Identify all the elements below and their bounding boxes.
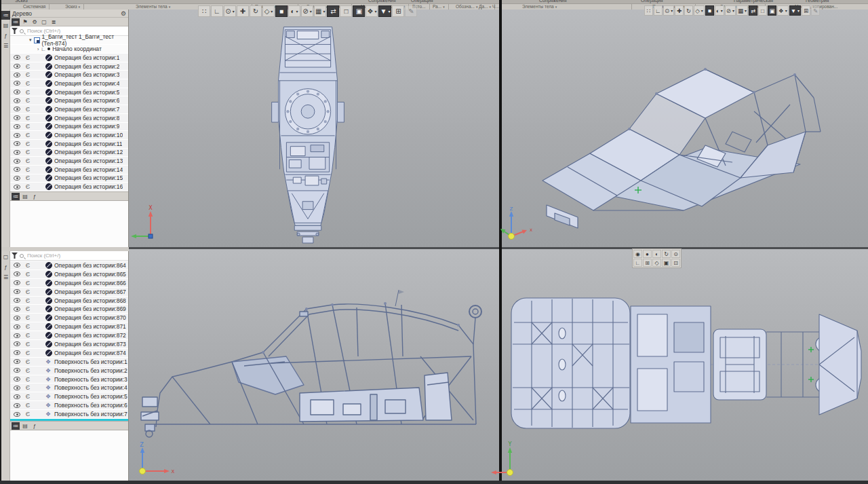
visibility-eye-icon[interactable] <box>12 341 22 346</box>
visibility-eye-icon[interactable] <box>12 289 22 294</box>
select-region-button[interactable]: ⊞ <box>392 5 404 17</box>
visibility-eye-icon[interactable] <box>12 98 22 103</box>
section-view-button[interactable]: ▦ <box>736 5 748 16</box>
tree-row[interactable]: Операция без истории:871 <box>10 322 128 331</box>
tree-row[interactable]: Поверхность без истории:6 <box>10 401 128 410</box>
tree-row[interactable]: Операция без истории:12 <box>10 149 128 157</box>
filter-button[interactable]: ▼ <box>378 5 391 17</box>
mini-zoom-button[interactable]: ⊙ <box>671 250 680 258</box>
visibility-eye-icon[interactable] <box>12 159 22 164</box>
visibility-eye-icon[interactable] <box>12 412 22 417</box>
tree-row[interactable]: Операция без истории:16 <box>10 183 128 191</box>
ribbon-tab[interactable]: Операция <box>641 0 663 3</box>
tree-row[interactable]: Операция без истории:869 <box>10 305 128 314</box>
tree-root-row[interactable]: ▾ 1_Багги_тест 1_Багги_тест (Тел-874) <box>10 36 128 45</box>
pan-button[interactable]: ✚ <box>675 5 684 16</box>
tab-sheet-view[interactable]: ▤ <box>21 193 29 200</box>
tool-layers[interactable]: ≣ <box>50 18 58 26</box>
visibility-eye-icon[interactable] <box>12 124 22 129</box>
visibility-eye-icon[interactable] <box>12 81 22 86</box>
rotate-view-button[interactable]: ↻ <box>250 5 262 17</box>
tree-row[interactable]: Поверхность без истории:7 <box>10 410 128 419</box>
tree-row[interactable]: Операция без истории:865 <box>10 270 128 279</box>
filter-button[interactable]: ▼ <box>789 5 801 16</box>
ucs-corner-button[interactable]: ∟ <box>211 5 223 17</box>
visibility-eye-icon[interactable] <box>12 368 22 373</box>
visibility-eye-icon[interactable] <box>12 133 22 138</box>
dock-icon-fx[interactable]: ƒ <box>1 31 10 40</box>
pan-button[interactable]: ✚ <box>237 5 249 17</box>
tree-row[interactable]: Операция без истории:868 <box>10 297 128 305</box>
bounding-box-button[interactable]: □ <box>340 5 352 17</box>
bounding-box-button[interactable]: □ <box>758 5 767 16</box>
ribbon-group[interactable]: Эскиз <box>65 4 84 10</box>
tree-row[interactable]: Поверхность без истории:4 <box>10 384 128 392</box>
view-plane-button[interactable]: ◇ <box>694 5 705 16</box>
visibility-eye-icon[interactable] <box>12 107 22 111</box>
mini-grid-button[interactable]: ⊞ <box>643 259 652 267</box>
tab-tree-view[interactable]: ≔ <box>12 193 20 200</box>
visibility-eye-icon[interactable] <box>12 55 22 60</box>
select-region-button[interactable]: ⊞ <box>802 5 810 16</box>
visibility-eye-icon[interactable] <box>12 386 22 390</box>
tree-row[interactable]: Поверхность без истории:1 <box>10 358 128 367</box>
dock-icon-fx2[interactable]: ƒ <box>1 263 10 272</box>
visibility-eye-icon[interactable] <box>12 176 22 181</box>
ribbon-group[interactable]: Элементы тела <box>522 4 632 10</box>
ribbon-tab[interactable]: Операция <box>411 0 433 3</box>
model-view-top[interactable] <box>245 11 374 244</box>
visibility-eye-icon[interactable] <box>12 263 22 267</box>
dock-icon-tree[interactable]: ≔ <box>1 11 10 20</box>
exploded-view-button[interactable]: ▣ <box>768 5 776 16</box>
fit-view-button[interactable]: ⇄ <box>749 5 757 16</box>
mini-ucs-button[interactable]: ∟ <box>633 259 642 267</box>
visibility-eye-icon[interactable] <box>12 90 22 94</box>
tree-row[interactable]: Операция без истории:11 <box>10 140 128 149</box>
tree-row[interactable]: Операция без истории:870 <box>10 314 128 322</box>
tab-fx-view[interactable]: ƒ <box>31 193 39 200</box>
tree-row[interactable]: Операция без истории:2 <box>10 62 128 71</box>
ribbon-tab[interactable]: Сопряжения <box>539 0 567 3</box>
expander-icon[interactable]: › <box>37 47 39 52</box>
tool-structure[interactable]: ≔ <box>12 18 20 26</box>
ribbon-tab[interactable]: Эскиз <box>15 0 28 3</box>
mini-box-button[interactable]: ▣ <box>662 259 671 267</box>
tree-row[interactable]: Операция без истории:3 <box>10 71 128 79</box>
visibility-eye-icon[interactable] <box>12 324 22 329</box>
tree-row[interactable]: Операция без истории:1 <box>10 54 128 62</box>
visibility-eye-icon[interactable] <box>12 394 22 399</box>
rotate-view-button[interactable]: ↻ <box>684 5 693 16</box>
edit-pencil-button[interactable]: ✎ <box>811 5 820 16</box>
display-mode-button[interactable]: ◐ <box>288 5 300 17</box>
filter-funnel-icon[interactable] <box>12 253 18 259</box>
tool-gears[interactable]: ⚙ <box>31 18 39 26</box>
ucs-corner-button[interactable]: ∟ <box>654 5 663 16</box>
panel-header[interactable]: Дерево ⚙ <box>10 10 128 18</box>
tree-row[interactable]: Поверхность без истории:3 <box>10 375 128 384</box>
ribbon-group[interactable]: Ра... <box>433 4 449 10</box>
ribbon-group[interactable]: Обозна... <box>456 4 481 10</box>
filter-funnel-icon[interactable] <box>12 28 18 34</box>
tree-row[interactable]: Поверхность без истории:2 <box>10 367 128 375</box>
tree-row[interactable]: Операция без истории:873 <box>10 340 128 349</box>
hide-elements-button[interactable]: ⊘ <box>301 5 313 17</box>
dock-icon-menu[interactable]: ☰ <box>1 41 10 50</box>
appearance-button[interactable]: ❖ <box>366 5 378 17</box>
visibility-eye-icon[interactable] <box>12 350 22 355</box>
dock-icon-dashed[interactable]: ▢ <box>1 253 10 261</box>
tree-row[interactable]: Операция без истории:6 <box>10 96 128 105</box>
zoom-button[interactable]: ⊙ <box>224 5 236 17</box>
visibility-eye-icon[interactable] <box>12 316 22 320</box>
visibility-eye-icon[interactable] <box>12 298 22 303</box>
mini-halfshade-button[interactable]: ◐ <box>652 250 661 258</box>
toolbar-grip[interactable]: ∷ <box>644 5 653 16</box>
display-mode-button[interactable]: ◐ <box>715 5 724 16</box>
tree-row[interactable]: Операция без истории:866 <box>10 279 128 288</box>
mini-orbit-button[interactable]: ◉ <box>633 250 642 258</box>
visibility-eye-icon[interactable] <box>12 307 22 312</box>
tree-row[interactable]: Операция без истории:9 <box>10 123 128 132</box>
tree-row[interactable]: Операция без истории:867 <box>10 288 128 297</box>
visibility-eye-icon[interactable] <box>12 377 22 381</box>
mini-select-button[interactable]: ⊡ <box>671 259 680 267</box>
fit-view-button[interactable]: ⇄ <box>327 5 339 17</box>
